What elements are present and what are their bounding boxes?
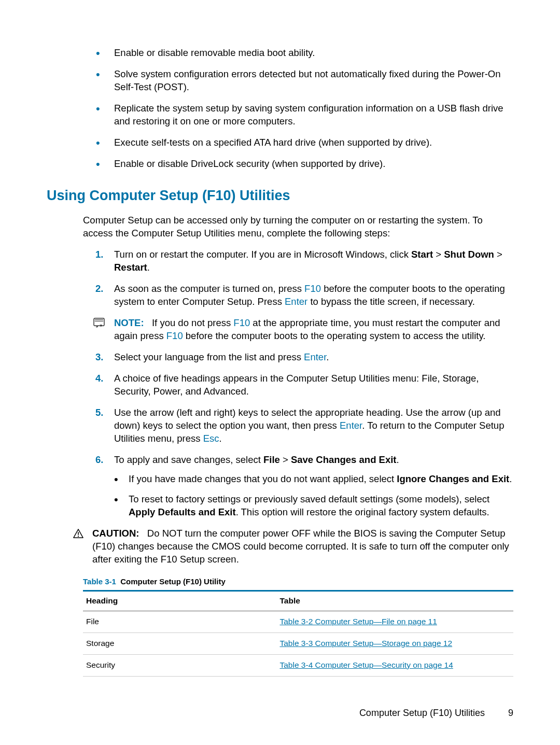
table-header-row: Heading Table: [83, 591, 513, 611]
text-fragment: to bypass the title screen, if necessary…: [307, 296, 475, 307]
step-text: Select your language from the list and p…: [114, 352, 329, 362]
bullet-text: Execute self-tests on a specified ATA ha…: [114, 137, 432, 148]
table-ref: Table 3-1: [83, 577, 116, 586]
bold-text: Ignore Changes and Exit: [397, 473, 509, 484]
svg-rect-0: [94, 318, 104, 326]
key-name: Enter: [285, 296, 307, 307]
steps-list: 1. Turn on or restart the computer. If y…: [99, 248, 513, 308]
key-name: Enter: [304, 352, 326, 362]
text-fragment: .: [509, 473, 512, 484]
cell-heading: File: [83, 611, 277, 632]
step-4: 4. A choice of five headings appears in …: [99, 372, 513, 398]
step-number: 2.: [95, 283, 103, 296]
bullet-text: Solve system configuration errors detect…: [114, 68, 501, 92]
step-number: 6.: [95, 454, 103, 467]
text-fragment: .: [326, 352, 329, 362]
caution-callout: CAUTION: Do NOT turn the computer power …: [78, 527, 513, 566]
text-fragment: >: [280, 454, 291, 465]
text-fragment: Select your language from the list and p…: [114, 352, 304, 362]
list-item: If you have made changes that you do not…: [114, 473, 513, 486]
page-number: 9: [508, 708, 513, 718]
text-fragment: If you have made changes that you do not…: [129, 473, 397, 484]
steps-list-continued: 3. Select your language from the list an…: [99, 351, 513, 519]
top-bullet-list: Enable or disable removable media boot a…: [99, 47, 513, 171]
text-fragment: To apply and save changes, select: [114, 454, 263, 465]
step-5: 5. Use the arrow (left and right) keys t…: [99, 406, 513, 445]
text-fragment: Turn on or restart the computer. If you …: [114, 249, 411, 260]
key-name: F10: [233, 317, 250, 328]
step-number: 4.: [95, 372, 103, 385]
substep-list: If you have made changes that you do not…: [114, 473, 513, 519]
bold-text: Apply Defaults and Exit: [129, 507, 236, 517]
caution-label: CAUTION:: [92, 528, 139, 539]
page-content: Enable or disable removable media boot a…: [47, 47, 513, 677]
text-fragment: .: [147, 262, 150, 273]
note-callout: NOTE: If you do not press F10 at the app…: [99, 317, 513, 343]
list-item: To reset to factory settings or previous…: [114, 493, 513, 519]
text-fragment: To reset to factory settings or previous…: [129, 494, 489, 504]
bullet-text: Replicate the system setup by saving sys…: [114, 103, 503, 126]
caution-body: CAUTION: Do NOT turn the computer power …: [92, 528, 509, 565]
cell-link[interactable]: Table 3-4 Computer Setup—Security on pag…: [277, 654, 514, 676]
key-name: Enter: [340, 420, 362, 431]
step-1: 1. Turn on or restart the computer. If y…: [99, 248, 513, 274]
table-row: File Table 3-2 Computer Setup—File on pa…: [83, 611, 513, 632]
step-text: To apply and save changes, select File >…: [114, 454, 399, 465]
list-item: Solve system configuration errors detect…: [99, 68, 513, 94]
column-header: Table: [277, 591, 514, 611]
bold-text: Save Changes and Exit: [291, 454, 397, 465]
list-item: Execute self-tests on a specified ATA ha…: [99, 136, 513, 149]
note-icon: [93, 318, 109, 328]
svg-point-2: [78, 536, 79, 537]
note-body: NOTE: If you do not press F10 at the app…: [114, 317, 500, 341]
step-text: A choice of five headings appears in the…: [114, 373, 479, 397]
text-fragment: . This option will restore the original …: [236, 507, 489, 517]
table-container: Table 3-1 Computer Setup (F10) Utility H…: [83, 577, 513, 677]
list-item: Enable or disable DriveLock security (wh…: [99, 158, 513, 171]
text-fragment: >: [433, 249, 444, 260]
step-number: 3.: [95, 351, 103, 364]
step-6: 6. To apply and save changes, select Fil…: [99, 454, 513, 519]
section-heading: Using Computer Setup (F10) Utilities: [47, 186, 513, 205]
cell-link[interactable]: Table 3-2 Computer Setup—File on page 11: [277, 611, 514, 632]
cell-heading: Storage: [83, 632, 277, 654]
cell-heading: Security: [83, 654, 277, 676]
step-3: 3. Select your language from the list an…: [99, 351, 513, 364]
step-number: 1.: [95, 248, 103, 261]
intro-paragraph: Computer Setup can be accessed only by t…: [83, 214, 513, 240]
column-header: Heading: [83, 591, 277, 611]
bold-text: File: [263, 454, 280, 465]
text-fragment: before the computer boots to the operati…: [183, 330, 486, 341]
key-name: F10: [304, 283, 321, 294]
bold-text: Restart: [114, 262, 147, 273]
text-fragment: .: [219, 433, 222, 444]
step-text: As soon as the computer is turned on, pr…: [114, 283, 505, 307]
text-fragment: Do NOT turn the computer power OFF while…: [92, 528, 509, 565]
bullet-text: Enable or disable DriveLock security (wh…: [114, 158, 385, 169]
table-row: Security Table 3-4 Computer Setup—Securi…: [83, 654, 513, 676]
note-label: NOTE:: [114, 317, 144, 328]
caution-icon: [73, 528, 88, 539]
table-title: Computer Setup (F10) Utility: [120, 577, 226, 586]
list-item: Enable or disable removable media boot a…: [99, 47, 513, 60]
text-fragment: If you do not press: [152, 317, 233, 328]
bullet-text: Enable or disable removable media boot a…: [114, 47, 315, 58]
bold-text: Start: [411, 249, 433, 260]
data-table: Heading Table File Table 3-2 Computer Se…: [83, 590, 513, 677]
page-footer: Computer Setup (F10) Utilities 9: [359, 707, 513, 719]
text-fragment: .: [397, 454, 399, 465]
text-fragment: As soon as the computer is turned on, pr…: [114, 283, 304, 294]
cell-link[interactable]: Table 3-3 Computer Setup—Storage on page…: [277, 632, 514, 654]
bold-text: Shut Down: [444, 249, 494, 260]
step-2: 2. As soon as the computer is turned on,…: [99, 283, 513, 308]
table-caption: Table 3-1 Computer Setup (F10) Utility: [83, 577, 513, 587]
list-item: Replicate the system setup by saving sys…: [99, 102, 513, 128]
step-text: Turn on or restart the computer. If you …: [114, 249, 502, 273]
table-row: Storage Table 3-3 Computer Setup—Storage…: [83, 632, 513, 654]
step-text: Use the arrow (left and right) keys to s…: [114, 407, 504, 444]
key-name: F10: [166, 330, 183, 341]
step-number: 5.: [95, 406, 103, 419]
text-fragment: >: [494, 249, 502, 260]
footer-title: Computer Setup (F10) Utilities: [359, 708, 485, 718]
key-name: Esc: [203, 433, 219, 444]
